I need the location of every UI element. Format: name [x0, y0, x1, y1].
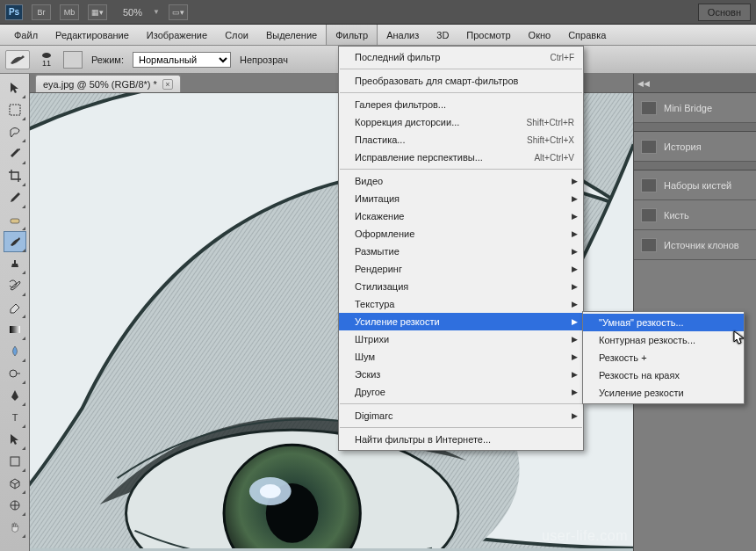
panel-brush[interactable]: Кисть [634, 200, 756, 230]
svg-rect-1 [10, 105, 20, 115]
opacity-label: Непрозрач [240, 54, 288, 65]
document-tab-title: eya.jpg @ 50% (RGB/8*) * [43, 79, 157, 90]
document-tab[interactable]: eya.jpg @ 50% (RGB/8*) * × [35, 75, 181, 92]
history-panel-icon [641, 140, 657, 154]
bridge-icon[interactable]: Br [32, 4, 51, 20]
menu-item-sketch[interactable]: Эскиз▶ [339, 366, 583, 383]
panel-mini-bridge[interactable]: Mini Bridge [634, 93, 756, 123]
menu-analysis[interactable]: Анализ [378, 25, 428, 45]
brush-presets-panel-icon [641, 178, 657, 192]
brush-size-value: 11 [42, 60, 51, 68]
filter-menu-dropdown: Последний фильтрCtrl+F Преобразовать для… [338, 46, 584, 451]
menu-edit[interactable]: Редактирование [47, 25, 138, 45]
menu-item-blur[interactable]: Размытие▶ [339, 243, 583, 260]
menu-image[interactable]: Изображение [138, 25, 216, 45]
svg-point-5 [10, 370, 17, 377]
blend-mode-label: Режим: [91, 54, 124, 65]
svg-rect-7 [11, 457, 19, 466]
tool-palette: T [0, 74, 30, 551]
svg-point-17 [260, 484, 281, 498]
sharpen-submenu: "Умная" резкость... Контурная резкость..… [582, 311, 745, 404]
menu-item-digimarc[interactable]: Digimarc▶ [339, 407, 583, 424]
submenu-item-sharpen[interactable]: Усиление резкости [583, 384, 744, 402]
menu-item-pixelate[interactable]: Оформление▶ [339, 225, 583, 243]
menu-filter[interactable]: Фильтр [326, 25, 378, 45]
brush-panel-icon [641, 208, 657, 222]
arrange-docs-icon[interactable]: ▭▾ [169, 4, 188, 20]
menu-window[interactable]: Окно [520, 25, 560, 45]
submenu-item-sharpen-more[interactable]: Резкость + [583, 349, 744, 366]
minibridge-icon[interactable]: Mb [60, 4, 79, 20]
menu-item-browse-online[interactable]: Найти фильтры в Интернете... [339, 431, 583, 448]
menu-item-vanishing-point[interactable]: Исправление перспективы...Alt+Ctrl+V [339, 149, 583, 166]
panel-clone-source[interactable]: Источник клонов [634, 230, 756, 260]
menu-item-distort[interactable]: Искажение▶ [339, 207, 583, 225]
svg-rect-3 [11, 219, 19, 223]
photoshop-logo: Ps [5, 4, 23, 20]
menu-layers[interactable]: Слои [216, 25, 257, 45]
menu-select[interactable]: Выделение [257, 25, 326, 45]
menu-item-noise[interactable]: Шум▶ [339, 348, 583, 366]
menu-item-render[interactable]: Рендеринг▶ [339, 260, 583, 278]
blend-mode-select[interactable]: Нормальный [133, 52, 231, 68]
menu-item-liquify[interactable]: Пластика...Shift+Ctrl+X [339, 131, 583, 149]
close-tab-icon[interactable]: × [162, 79, 173, 90]
menu-bar: Файл Редактирование Изображение Слои Выд… [0, 25, 756, 46]
submenu-item-unsharp-mask[interactable]: Контурная резкость... [583, 331, 744, 349]
svg-point-2 [18, 149, 20, 150]
panel-history[interactable]: История [634, 132, 756, 162]
workspace-switcher-button[interactable]: Основн [698, 4, 751, 21]
watermark-text: user-life.com [542, 528, 628, 544]
clone-source-panel-icon [641, 238, 657, 252]
svg-rect-4 [10, 326, 20, 333]
svg-point-0 [42, 53, 51, 58]
chevron-down-icon[interactable]: ▼ [153, 8, 160, 16]
submenu-item-sharpen-edges[interactable]: Резкость на краях [583, 366, 744, 384]
menu-item-artistic[interactable]: Имитация▶ [339, 190, 583, 207]
menu-item-brush-strokes[interactable]: Штрихи▶ [339, 330, 583, 348]
svg-text:T: T [11, 412, 18, 423]
submenu-item-smart-sharpen[interactable]: "Умная" резкость... [583, 314, 744, 331]
menu-item-video[interactable]: Видео▶ [339, 172, 583, 190]
panel-brush-presets[interactable]: Наборы кистей [634, 170, 756, 200]
menu-item-texture[interactable]: Текстура▶ [339, 295, 583, 313]
panel-collapse-button[interactable]: ◀◀ [634, 74, 756, 93]
menu-view[interactable]: Просмотр [457, 25, 519, 45]
menu-item-convert-smart[interactable]: Преобразовать для смарт-фильтров [339, 72, 583, 90]
menu-help[interactable]: Справка [559, 25, 615, 45]
menu-item-filter-gallery[interactable]: Галерея фильтров... [339, 96, 583, 113]
menu-item-last-filter[interactable]: Последний фильтрCtrl+F [339, 48, 583, 66]
app-title-bar: Ps Br Mb ▦▾ 50% ▼ ▭▾ Основн [0, 0, 756, 25]
screen-mode-icon[interactable]: ▦▾ [88, 4, 107, 20]
zoom-level[interactable]: 50% [123, 7, 142, 18]
minibridge-panel-icon [641, 101, 657, 115]
brush-tool-preset-icon[interactable] [5, 50, 30, 69]
menu-item-lens-correction[interactable]: Коррекция дисторсии...Shift+Ctrl+R [339, 113, 583, 131]
menu-item-sharpen[interactable]: Усиление резкости▶ [339, 313, 583, 330]
menu-file[interactable]: Файл [5, 25, 47, 45]
menu-item-stylize[interactable]: Стилизация▶ [339, 278, 583, 295]
menu-3d[interactable]: 3D [428, 25, 457, 45]
brush-panel-toggle-icon[interactable] [63, 51, 83, 69]
brush-size-picker[interactable]: 11 [39, 51, 54, 68]
menu-item-other[interactable]: Другое▶ [339, 383, 583, 401]
